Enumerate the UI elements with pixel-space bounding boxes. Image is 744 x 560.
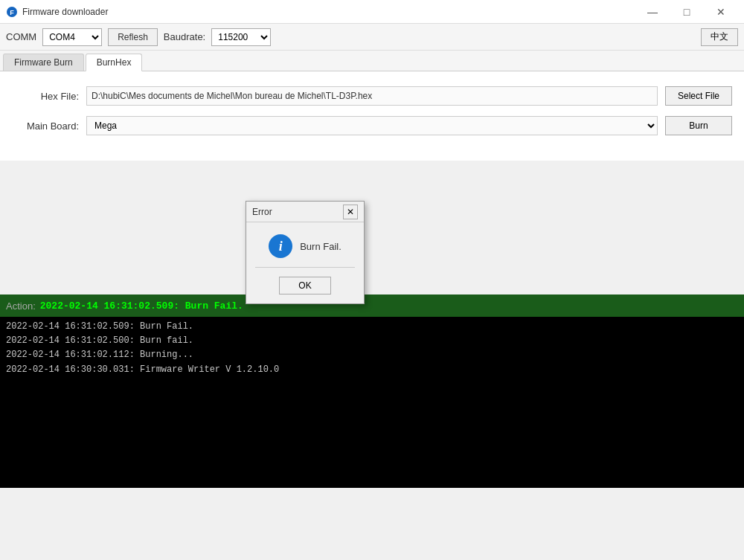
select-file-button[interactable]: Select File	[665, 86, 732, 106]
log-line-2: 2022-02-14 16:31:02.112: Burning...	[6, 348, 738, 362]
close-button[interactable]: ✕	[704, 0, 738, 24]
minimize-button[interactable]: —	[635, 0, 670, 24]
comm-select[interactable]: COM4 COM1 COM2 COM3 COM5	[42, 28, 102, 46]
log-line-0: 2022-02-14 16:31:02.509: Burn Fail.	[6, 320, 738, 334]
dialog-ok-button[interactable]: OK	[279, 277, 331, 295]
main-board-label: Main Board:	[12, 120, 79, 132]
hex-file-label: Hex File:	[12, 91, 79, 102]
info-icon: i	[269, 234, 292, 258]
main-content: Hex File: Select File Main Board: Mega U…	[0, 71, 744, 161]
dialog-separator	[255, 267, 355, 268]
dialog-title: Error	[252, 207, 272, 217]
burn-button[interactable]: Burn	[665, 116, 732, 135]
comm-label: COMM	[6, 31, 36, 42]
main-board-row: Main Board: Mega Uno Nano Burn	[12, 116, 732, 135]
hex-file-row: Hex File: Select File	[12, 86, 732, 106]
dialog-message-row: i Burn Fail.	[269, 234, 341, 258]
action-bar: Action: 2022-02-14 16:31:02.509: Burn Fa…	[0, 295, 744, 317]
dialog-close-button[interactable]: ✕	[343, 205, 358, 219]
action-text: 2022-02-14 16:31:02.509: Burn Fail.	[40, 300, 243, 312]
tabs-bar: Firmware Burn BurnHex	[0, 51, 744, 71]
maximize-button[interactable]: □	[670, 0, 704, 24]
window-title: Firmware downloader	[22, 7, 108, 17]
dialog-title-bar: Error ✕	[246, 202, 364, 222]
title-bar-left: F Firmware downloader	[6, 6, 108, 18]
dialog-message: Burn Fail.	[300, 241, 341, 252]
title-bar: F Firmware downloader — □ ✕	[0, 0, 744, 24]
log-area[interactable]: 2022-02-14 16:31:02.509: Burn Fail. 2022…	[0, 317, 744, 488]
toolbar: COMM COM4 COM1 COM2 COM3 COM5 Reflesh Ba…	[0, 24, 744, 51]
baudrate-select[interactable]: 115200 9600 19200 38400 57600	[211, 28, 271, 46]
main-board-select[interactable]: Mega Uno Nano	[86, 116, 658, 135]
dialog-body: i Burn Fail. OK	[246, 222, 364, 303]
hex-file-input[interactable]	[86, 86, 658, 106]
log-line-3: 2022-02-14 16:30:30.031: Firmware Writer…	[6, 363, 738, 377]
baudrate-label: Baudrate:	[164, 31, 205, 42]
log-line-1: 2022-02-14 16:31:02.500: Burn fail.	[6, 334, 738, 348]
lang-button[interactable]: 中文	[701, 28, 738, 46]
app-icon: F	[6, 6, 18, 18]
action-label: Action:	[6, 300, 36, 312]
refresh-button[interactable]: Reflesh	[108, 28, 158, 46]
svg-text:F: F	[10, 9, 14, 16]
tab-firmware-burn[interactable]: Firmware Burn	[3, 54, 84, 71]
title-bar-controls: — □ ✕	[635, 0, 738, 24]
tab-burn-hex[interactable]: BurnHex	[86, 54, 143, 71]
error-dialog: Error ✕ i Burn Fail. OK	[246, 201, 365, 304]
